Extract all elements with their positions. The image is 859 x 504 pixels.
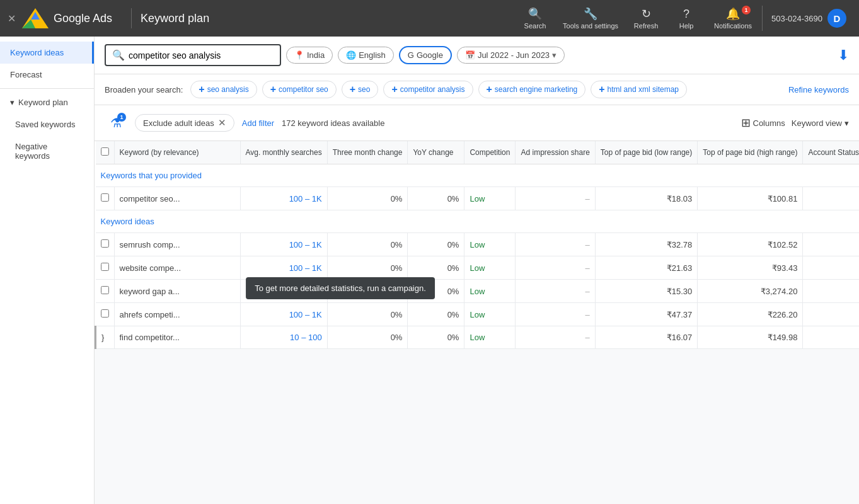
app-name-label: Google Ads: [54, 12, 112, 25]
avatar[interactable]: D: [827, 9, 846, 28]
row-avg-monthly-link[interactable]: 100 – 1K: [289, 310, 322, 319]
search-input-wrapper[interactable]: 🔍: [105, 44, 281, 66]
broaden-chip-seo-analysis[interactable]: + seo analysis: [190, 81, 257, 98]
location-filter-pill[interactable]: 📍 India: [286, 47, 333, 64]
row-avg-monthly-link[interactable]: 100 – 1K: [289, 263, 322, 273]
date-range-filter-pill[interactable]: 📅 Jul 2022 - Jun 2023 ▾: [457, 47, 565, 64]
refine-keywords-link[interactable]: Refine keywords: [788, 85, 849, 94]
dash-icon: –: [585, 194, 590, 203]
th-ad-impression[interactable]: Ad impression share: [516, 141, 595, 164]
exclude-adult-label: Exclude adult ideas: [143, 118, 214, 128]
row-top-page-high: ₹100.81: [698, 187, 803, 210]
th-top-page-low[interactable]: Top of page bid (low range): [595, 141, 697, 164]
help-nav-button[interactable]: ? Help: [667, 4, 705, 33]
row-checkbox-cell[interactable]: [96, 233, 115, 256]
keyword-view-label: Keyword view: [792, 118, 842, 128]
tools-nav-label: Tools and settings: [563, 22, 618, 30]
plus-icon-6: +: [599, 84, 604, 95]
search-nav-button[interactable]: 🔍 Search: [516, 3, 554, 33]
sidebar-item-negative-keywords[interactable]: Negative keywords: [0, 135, 94, 167]
row-avg-monthly-link[interactable]: 100 – 1K: [289, 194, 322, 203]
th-avg-monthly[interactable]: Avg. monthly searches: [240, 141, 327, 164]
calendar-icon: 📅: [465, 50, 475, 60]
keyword-view-button[interactable]: Keyword view ▾: [792, 118, 849, 128]
broaden-chip-html-xml[interactable]: + html and xml sitemap: [591, 81, 687, 98]
row-checkbox[interactable]: [101, 193, 109, 202]
row-checkbox-cell[interactable]: [96, 187, 115, 210]
broaden-chip-label-3: seo: [358, 85, 370, 94]
sidebar-label-saved-keywords: Saved keywords: [15, 120, 75, 129]
ideas-count-label: 172 keyword ideas available: [282, 118, 384, 128]
exclude-adult-chip[interactable]: Exclude adult ideas ✕: [135, 114, 234, 132]
refresh-nav-label: Refresh: [634, 22, 659, 30]
broaden-chip-seo[interactable]: + seo: [342, 81, 379, 98]
sidebar-item-keyword-plan[interactable]: ▾ Keyword plan: [0, 91, 94, 113]
notifications-nav-button[interactable]: 🔔 1 Notifications: [708, 3, 758, 33]
plus-icon-4: +: [391, 84, 397, 95]
exclude-adult-close-icon[interactable]: ✕: [218, 117, 226, 129]
add-filter-button[interactable]: Add filter: [242, 118, 274, 128]
broaden-chip-label-1: seo analysis: [207, 85, 249, 94]
content-area: 🔍 📍 India 🌐 English G Google 📅 Jul 2022 …: [95, 37, 859, 504]
sidebar-label-negative-keywords: Negative keywords: [15, 142, 84, 161]
date-range-label: Jul 2022 - Jun 2023: [478, 50, 550, 60]
table-row-provided-0: competitor seo... 100 – 1K 0% 0% Low – ₹…: [96, 187, 860, 210]
th-account-status[interactable]: Account Status: [803, 141, 859, 164]
table-row-ideas-3: ahrefs competi... 100 – 1K To get more d…: [96, 303, 860, 326]
download-button[interactable]: ⬇: [838, 47, 849, 64]
row-avg-monthly-link[interactable]: 10 – 100: [290, 333, 322, 342]
broaden-chip-competitor-analysis[interactable]: + competitor analysis: [383, 81, 473, 98]
row-checkbox[interactable]: [101, 309, 109, 318]
notification-badge: 1: [742, 6, 751, 14]
search-nav-label: Search: [524, 22, 546, 30]
location-label: India: [307, 50, 325, 60]
row-keyword: ahrefs competi...: [114, 303, 240, 326]
th-keyword[interactable]: Keyword (by relevance): [114, 141, 240, 164]
search-input[interactable]: [129, 50, 267, 60]
language-filter-pill[interactable]: 🌐 English: [338, 47, 394, 64]
select-all-checkbox[interactable]: [101, 147, 109, 156]
row-top-high: ₹102.52: [698, 233, 803, 256]
columns-icon: ⊞: [741, 116, 751, 130]
row-keyword: keyword gap a...: [114, 280, 240, 303]
row-competition: Low: [464, 187, 516, 210]
google-icon: G: [408, 50, 414, 60]
th-top-page-high[interactable]: Top of page bid (high range): [698, 141, 803, 164]
th-three-month[interactable]: Three month change: [327, 141, 408, 164]
th-checkbox[interactable]: [96, 141, 115, 164]
nav-actions: 🔍 Search 🔧 Tools and settings ↻ Refresh …: [516, 3, 758, 33]
refresh-nav-icon: ↻: [642, 7, 651, 21]
tools-nav-button[interactable]: 🔧 Tools and settings: [556, 3, 625, 33]
section-header-ideas-label: Keyword ideas: [96, 210, 860, 233]
columns-button[interactable]: ⊞ Columns: [741, 116, 785, 130]
broaden-chip-label-2: competitor seo: [279, 85, 328, 94]
columns-label: Columns: [753, 118, 785, 128]
broaden-chip-label-4: competitor analysis: [400, 85, 465, 94]
sidebar-item-keyword-ideas[interactable]: Keyword ideas: [0, 42, 94, 64]
row-account-status: [803, 187, 859, 210]
search-network-filter-pill[interactable]: G Google: [399, 46, 452, 64]
filter-badge: 1: [117, 113, 126, 122]
th-yoy-change[interactable]: YoY change: [408, 141, 464, 164]
row-checkbox[interactable]: [101, 239, 109, 248]
refresh-nav-button[interactable]: ↻ Refresh: [627, 3, 665, 33]
row-avg-monthly-link[interactable]: 100 – 1K: [289, 287, 322, 296]
row-checkbox[interactable]: [101, 286, 109, 294]
broaden-chip-competitor-seo[interactable]: + competitor seo: [262, 81, 337, 98]
filter-icon-button[interactable]: ⚗ 1: [105, 112, 127, 134]
plus-icon-1: +: [199, 84, 204, 95]
language-label: English: [359, 50, 386, 60]
search-nav-icon: 🔍: [528, 7, 542, 21]
th-competition[interactable]: Competition: [464, 141, 516, 164]
plus-icon-3: +: [350, 84, 355, 95]
table-header-row: Keyword (by relevance) Avg. monthly sear…: [96, 141, 860, 164]
row-checkbox[interactable]: [101, 263, 109, 271]
broaden-chip-search-engine[interactable]: + search engine marketing: [478, 81, 586, 98]
section-header-provided: Keywords that you provided: [96, 164, 860, 187]
table-row-ideas-0: semrush comp... 100 – 1K 0% 0% Low – ₹32…: [96, 233, 860, 256]
search-network-label: Google: [417, 50, 443, 60]
close-button[interactable]: ✕: [8, 13, 16, 25]
sidebar-item-forecast[interactable]: Forecast: [0, 64, 94, 86]
sidebar-item-saved-keywords[interactable]: Saved keywords: [0, 113, 94, 135]
row-avg-monthly-link[interactable]: 100 – 1K: [289, 240, 322, 249]
